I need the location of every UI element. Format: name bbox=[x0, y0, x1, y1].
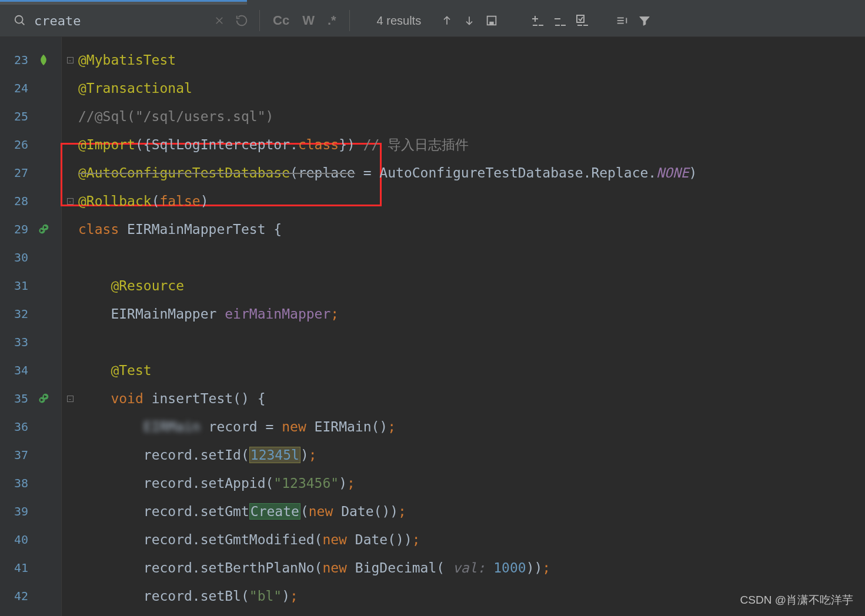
editor: 23 24 25 26 27 28 29 30 31 32 33 34 35 3… bbox=[0, 37, 865, 616]
search-icon bbox=[12, 12, 28, 29]
clear-search-icon[interactable] bbox=[211, 12, 228, 29]
gutter-row[interactable]: 29 bbox=[0, 215, 61, 243]
gutter-row[interactable]: 36 bbox=[0, 413, 61, 441]
fold-icon[interactable]: - bbox=[67, 57, 74, 63]
svg-point-0 bbox=[15, 16, 23, 24]
gutter-row[interactable]: 23 bbox=[0, 46, 61, 74]
words-toggle[interactable]: W bbox=[299, 13, 318, 28]
select-all-icon[interactable] bbox=[483, 12, 500, 29]
history-icon[interactable] bbox=[233, 12, 250, 29]
show-filter-icon[interactable] bbox=[614, 12, 630, 29]
run-test-icon[interactable] bbox=[36, 222, 51, 236]
gutter-row[interactable]: 27 bbox=[0, 159, 61, 187]
spring-leaf-icon bbox=[36, 53, 51, 67]
gutter-row[interactable]: 28 bbox=[0, 187, 61, 215]
find-toolbar: Cc W .* 4 results bbox=[0, 5, 865, 37]
gutter-row[interactable]: 39 bbox=[0, 497, 61, 525]
gutter: 23 24 25 26 27 28 29 30 31 32 33 34 35 3… bbox=[0, 37, 62, 616]
match-case-toggle[interactable]: Cc bbox=[269, 13, 293, 28]
remove-selection-icon[interactable] bbox=[552, 12, 568, 29]
fold-icon[interactable]: - bbox=[67, 396, 74, 402]
svg-rect-7 bbox=[490, 22, 494, 25]
select-all-occurrences-icon[interactable] bbox=[574, 12, 590, 29]
prev-match-icon[interactable] bbox=[439, 12, 455, 29]
run-test-icon[interactable] bbox=[36, 391, 51, 406]
gutter-row[interactable]: 24 bbox=[0, 74, 61, 102]
results-count: 4 results bbox=[377, 14, 422, 28]
gutter-row[interactable]: 26 bbox=[0, 130, 61, 159]
gutter-row[interactable]: 38 bbox=[0, 469, 61, 497]
gutter-row[interactable]: 42 bbox=[0, 582, 61, 610]
code-area[interactable]: -@MybatisTest @Transactional //@Sql("/sq… bbox=[62, 37, 865, 616]
svg-line-1 bbox=[22, 22, 25, 25]
find-input[interactable] bbox=[34, 14, 199, 28]
add-selection-icon[interactable] bbox=[529, 12, 546, 29]
watermark: CSDN @肖潇不吃洋芋 bbox=[740, 592, 853, 608]
tab-strip bbox=[0, 0, 865, 5]
active-tab-indicator bbox=[0, 0, 247, 5]
gutter-row[interactable]: 35 bbox=[0, 384, 61, 413]
gutter-row[interactable]: 34 bbox=[0, 356, 61, 384]
filter-icon[interactable] bbox=[636, 12, 653, 29]
regex-toggle[interactable]: .* bbox=[324, 13, 340, 28]
next-match-icon[interactable] bbox=[461, 12, 477, 29]
gutter-row[interactable]: 40 bbox=[0, 525, 61, 554]
gutter-row[interactable]: 37 bbox=[0, 441, 61, 469]
gutter-row[interactable]: 31 bbox=[0, 272, 61, 300]
gutter-row[interactable]: 32 bbox=[0, 300, 61, 328]
gutter-row[interactable]: 33 bbox=[0, 328, 61, 356]
gutter-row[interactable]: 25 bbox=[0, 102, 61, 130]
gutter-row[interactable]: 41 bbox=[0, 554, 61, 582]
gutter-row[interactable]: 30 bbox=[0, 243, 61, 272]
fold-icon[interactable]: - bbox=[67, 198, 74, 205]
